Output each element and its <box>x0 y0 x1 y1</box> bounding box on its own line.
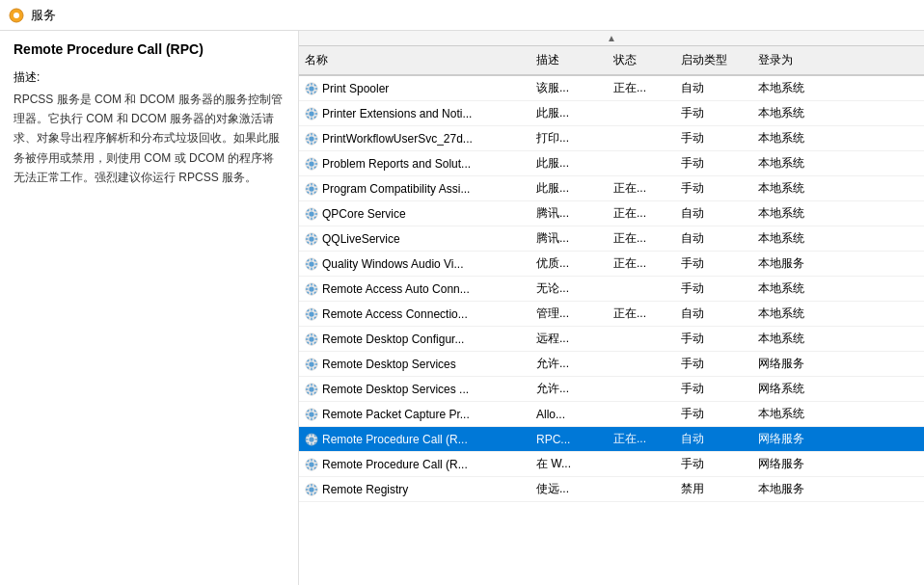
row-service-name: Program Compatibility Assi... <box>322 182 525 196</box>
row-startup: 手动 <box>675 103 752 123</box>
svg-rect-166 <box>306 489 309 490</box>
row-service-name: Remote Desktop Configur... <box>322 332 525 346</box>
row-name-cell: Problem Reports and Solut... <box>299 155 530 173</box>
header-login[interactable]: 登录为 <box>752 50 839 70</box>
svg-point-83 <box>309 286 313 291</box>
table-row[interactable]: Remote Desktop Services ...允许...手动网络系统 <box>299 377 924 402</box>
row-startup: 手动 <box>675 454 752 474</box>
left-panel: Remote Procedure Call (RPC) 描述: RPCSS 服务… <box>0 31 299 585</box>
sort-arrow-area: ▲ <box>299 31 924 46</box>
row-status: 正在... <box>608 203 675 224</box>
row-name-cell: Remote Desktop Services ... <box>299 381 530 398</box>
svg-rect-126 <box>306 388 309 389</box>
row-startup: 自动 <box>675 228 752 249</box>
svg-rect-57 <box>315 213 318 214</box>
svg-point-63 <box>309 236 313 241</box>
row-status <box>608 463 675 466</box>
table-row[interactable]: Program Compatibility Assi...此服...正在...手… <box>299 176 924 201</box>
table-row[interactable]: QPCore Service腾讯...正在...自动本地系统 <box>299 201 924 226</box>
row-name-cell: Print Spooler <box>299 80 530 97</box>
svg-point-53 <box>309 211 313 216</box>
row-startup: 自动 <box>675 429 752 449</box>
svg-rect-164 <box>311 483 312 486</box>
row-startup: 手动 <box>675 128 752 148</box>
up-arrow-icon: ▲ <box>607 33 616 43</box>
svg-rect-37 <box>315 163 318 164</box>
svg-rect-74 <box>311 257 312 260</box>
svg-rect-26 <box>306 138 309 139</box>
svg-rect-86 <box>306 288 309 289</box>
header-startup[interactable]: 启动类型 <box>675 50 752 70</box>
svg-rect-65 <box>311 242 312 245</box>
svg-rect-125 <box>311 392 312 395</box>
table-row[interactable]: Problem Reports and Solut...此服...手动本地系统 <box>299 151 924 176</box>
row-name-cell: Remote Procedure Call (R... <box>299 456 530 473</box>
table-header: 名称 描述 状态 启动类型 登录为 <box>299 46 924 76</box>
header-desc[interactable]: 描述 <box>530 50 608 70</box>
table-row[interactable]: Remote Packet Capture Pr...Allo...手动本地系统 <box>299 402 924 427</box>
row-startup: 手动 <box>675 279 752 299</box>
gear-icon <box>305 232 318 246</box>
row-name-cell: QQLiveService <box>299 230 530 248</box>
svg-rect-44 <box>311 182 312 185</box>
row-service-name: Remote Procedure Call (R... <box>322 458 525 471</box>
row-service-name: Remote Access Auto Conn... <box>322 282 525 296</box>
gear-icon <box>305 257 318 271</box>
table-row[interactable]: Printer Extensions and Noti...此服...手动本地系… <box>299 101 924 126</box>
table-row[interactable]: QQLiveService腾讯...正在...自动本地系统 <box>299 226 924 252</box>
table-body: Print Spooler该服...正在...自动本地系统 Printer Ex… <box>299 76 924 585</box>
row-status <box>608 387 675 391</box>
row-login: 网络服务 <box>752 454 839 474</box>
svg-rect-4 <box>311 82 312 85</box>
table-row[interactable]: Remote Registry使远...禁用本地服务 <box>299 477 924 502</box>
row-login: 本地服务 <box>752 479 839 499</box>
svg-rect-56 <box>306 213 309 214</box>
svg-point-93 <box>309 311 313 316</box>
app-icon <box>8 7 25 24</box>
row-login: 本地系统 <box>752 178 839 199</box>
table-row[interactable]: Remote Procedure Call (R...RPC...正在...自动… <box>299 427 924 452</box>
row-startup: 禁用 <box>675 479 752 499</box>
svg-rect-46 <box>306 188 309 189</box>
svg-rect-77 <box>315 263 318 264</box>
row-login: 本地系统 <box>752 329 839 349</box>
svg-rect-117 <box>315 363 318 364</box>
main-content: Remote Procedure Call (RPC) 描述: RPCSS 服务… <box>0 31 924 585</box>
row-desc: 远程... <box>530 329 608 349</box>
gear-icon <box>305 132 318 146</box>
gear-icon <box>305 458 318 471</box>
header-name[interactable]: 名称 <box>299 50 530 70</box>
row-startup: 自动 <box>675 304 752 324</box>
svg-rect-165 <box>311 492 312 495</box>
table-row[interactable]: Remote Access Connectio...管理...正在...自动本地… <box>299 302 924 327</box>
header-status[interactable]: 状态 <box>608 50 675 70</box>
table-row[interactable]: Remote Procedure Call (R...在 W...手动网络服务 <box>299 452 924 477</box>
svg-rect-95 <box>311 317 312 320</box>
row-desc: 腾讯... <box>530 203 608 224</box>
table-row[interactable]: Remote Desktop Services允许...手动网络服务 <box>299 352 924 377</box>
table-row[interactable]: Quality Windows Audio Vi...优质...正在...手动本… <box>299 252 924 277</box>
gear-icon <box>305 82 318 95</box>
row-service-name: Quality Windows Audio Vi... <box>322 257 525 271</box>
table-row[interactable]: Remote Desktop Configur...远程...手动本地系统 <box>299 327 924 352</box>
svg-rect-94 <box>311 307 312 310</box>
gear-icon <box>305 408 318 421</box>
row-status: 正在... <box>608 228 675 249</box>
row-login: 网络服务 <box>752 354 839 374</box>
row-status <box>608 362 675 366</box>
svg-rect-5 <box>311 92 312 94</box>
gear-icon <box>305 282 318 296</box>
table-row[interactable]: Remote Access Auto Conn...无论...手动本地系统 <box>299 277 924 302</box>
gear-icon <box>305 483 318 496</box>
row-desc: 允许... <box>530 354 608 374</box>
table-row[interactable]: PrintWorkflowUserSvc_27d...打印...手动本地系统 <box>299 126 924 151</box>
row-name-cell: QPCore Service <box>299 205 530 223</box>
svg-rect-156 <box>306 464 309 465</box>
row-desc: 打印... <box>530 128 608 148</box>
gear-icon <box>305 332 318 346</box>
title-bar: 服务 <box>0 0 924 31</box>
row-service-name: Remote Packet Capture Pr... <box>322 408 525 421</box>
table-row[interactable]: Print Spooler该服...正在...自动本地系统 <box>299 76 924 101</box>
row-name-cell: Remote Access Connectio... <box>299 306 530 323</box>
svg-rect-96 <box>306 313 309 314</box>
